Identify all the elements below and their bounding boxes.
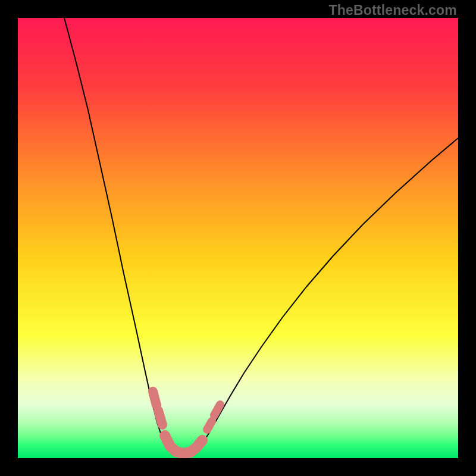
series-marker-trough [165,436,202,453]
watermark-text: TheBottleneck.com [328,2,457,18]
series-main-curve [64,18,458,455]
chart-stage: TheBottleneck.com [0,0,476,476]
series-marker-band-right-2 [214,405,220,415]
series-marker-band-right [207,421,212,430]
chart-plot-area [18,18,458,458]
series-marker-band-left [153,392,156,405]
series-marker-band-left-2 [158,411,162,425]
curve-layer [18,18,458,458]
